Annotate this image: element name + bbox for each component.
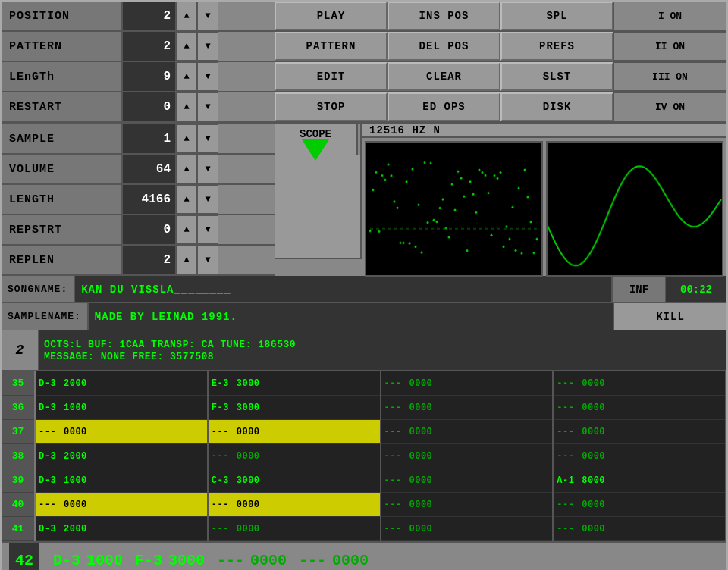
sctrl-dn-0[interactable]: ▼ [197, 124, 218, 153]
channel-cell[interactable]: --- 0000 [36, 493, 207, 517]
channel-cell[interactable]: D-3 2000 [36, 444, 207, 468]
song-name-value[interactable]: KAN DU VISSLA________ [75, 276, 611, 302]
ctrl-label-1: PATTERN [2, 32, 123, 61]
channel-cell[interactable]: --- 0000 [381, 444, 553, 468]
channel-cell[interactable]: D-3 1000 [36, 396, 207, 420]
btn-2-1[interactable]: CLEAR [388, 62, 500, 91]
channel-cell[interactable]: C-3 3000 [209, 468, 380, 493]
sctrl-up-1[interactable]: ▲ [176, 155, 197, 183]
sctrl-value-4: 2 [123, 246, 176, 274]
channel-cell[interactable]: D-3 1000 [36, 468, 207, 493]
ctrl-value-0: 2 [123, 2, 176, 30]
info-content: OCTS:L BUF: 1CAA TRANSP: CA TUNE: 186530… [39, 330, 726, 370]
right-panel: PLAYINS POSSPLI ONPATTERNDEL POSPREFSII … [275, 2, 726, 276]
sctrl-dn-2[interactable]: ▼ [197, 185, 218, 214]
cur-ch4-inst: 0000 [332, 552, 369, 569]
channel-cell[interactable]: --- 0000 [209, 517, 380, 541]
btn-3-1[interactable]: ED OPS [388, 92, 500, 121]
sctrl-up-3[interactable]: ▲ [176, 215, 197, 244]
song-name-label: SONGNAME: [2, 276, 75, 302]
channel-cell[interactable]: --- 0000 [381, 468, 553, 493]
scope-label: SCOPE [300, 128, 331, 140]
btn-1-3[interactable]: II ON [613, 32, 726, 61]
row-num: 40 [2, 493, 34, 517]
ctrl-dn-2[interactable]: ▼ [197, 62, 218, 91]
channel-cell[interactable]: --- 0000 [381, 420, 553, 444]
channel-cell[interactable]: D-3 2000 [36, 517, 207, 541]
scope-cursor-arrow [302, 139, 329, 161]
current-row: 42 D-3 1000 F-3 3000 --- 0000 --- 0000 [2, 541, 726, 570]
sctrl-up-4[interactable]: ▲ [176, 246, 197, 274]
channel-cell[interactable]: A-1 8000 [554, 468, 725, 493]
channel-cell[interactable]: --- 0000 [36, 420, 207, 444]
btn-2-0[interactable]: EDIT [275, 62, 388, 91]
sample-name-value[interactable]: MADE BY LEINAD 1991. _ [89, 303, 613, 330]
left-control-row-2: LEnGTh 9 ▲ ▼ [2, 62, 275, 92]
ctrl-dn-1[interactable]: ▼ [197, 32, 218, 61]
song-name-row: SONGNAME: KAN DU VISSLA________ INF 00:2… [2, 276, 726, 303]
ctrl-dn-3[interactable]: ▼ [197, 92, 218, 121]
channel-cell[interactable]: --- 0000 [554, 371, 725, 396]
ctrl-up-2[interactable]: ▲ [176, 62, 197, 91]
scope-freq: 12516 HZ N [369, 124, 441, 136]
btn-3-3[interactable]: IV ON [613, 92, 726, 121]
row-num: 35 [2, 371, 34, 396]
sctrl-dn-3[interactable]: ▼ [197, 215, 218, 244]
sctrl-label-3: REPSTRT [2, 215, 123, 244]
kill-button[interactable]: KILL [613, 303, 726, 330]
btn-3-0[interactable]: STOP [275, 92, 388, 121]
channel-cell[interactable]: --- 0000 [554, 493, 725, 517]
channel-cell[interactable]: --- 0000 [381, 396, 553, 420]
channel-number: 2 [2, 330, 39, 370]
channel-cell[interactable]: --- 0000 [209, 420, 380, 444]
btn-0-2[interactable]: SPL [500, 2, 613, 30]
btn-row-2: EDITCLEARSLSTIII ON [275, 62, 726, 92]
ctrl-label-2: LEnGTh [2, 62, 123, 91]
ctrl-up-3[interactable]: ▲ [176, 92, 197, 121]
scope-button[interactable]: SCOPE [275, 124, 358, 155]
btn-1-1[interactable]: DEL POS [388, 32, 500, 61]
channel-cell[interactable]: --- 0000 [381, 493, 553, 517]
channel-cell[interactable]: --- 0000 [554, 396, 725, 420]
sample-name-row: SAMPLENAME: MADE BY LEINAD 1991. _ KILL [2, 303, 726, 330]
ctrl-up-1[interactable]: ▲ [176, 32, 197, 61]
ctrl-arrows-0: ▲ ▼ [176, 2, 218, 30]
btn-1-2[interactable]: PREFS [500, 32, 613, 61]
ctrl-dn-0[interactable]: ▼ [197, 2, 218, 30]
channel-col-2: --- 0000 --- 0000 --- 0000 --- 0000 --- … [381, 371, 554, 541]
btn-2-2[interactable]: SLST [500, 62, 613, 91]
channel-cell[interactable]: --- 0000 [209, 493, 380, 517]
btn-2-3[interactable]: III ON [613, 62, 726, 91]
channel-cell[interactable]: --- 0000 [554, 517, 725, 541]
cur-ch3-inst: 0000 [250, 552, 287, 569]
ctrl-up-0[interactable]: ▲ [176, 2, 197, 30]
channel-cell[interactable]: E-3 3000 [209, 371, 380, 396]
channel-cell[interactable]: F-3 3000 [209, 396, 380, 420]
info-line1: OCTS:L BUF: 1CAA TRANSP: CA TUNE: 186530 [44, 339, 722, 350]
sctrl-dn-4[interactable]: ▼ [197, 246, 218, 274]
btn-0-0[interactable]: PLAY [275, 2, 388, 30]
pattern-grid: 35363738394041 D-3 2000 D-3 1000 --- 000… [2, 371, 726, 541]
btn-row-3: STOPED OPSDISKIV ON [275, 92, 726, 123]
sctrl-up-2[interactable]: ▲ [176, 185, 197, 214]
btn-0-1[interactable]: INS POS [388, 2, 500, 30]
channel-cell[interactable]: D-3 2000 [36, 371, 207, 396]
channel-cell[interactable]: --- 0000 [381, 371, 553, 396]
scope-waveform-right [546, 141, 724, 277]
btn-0-3[interactable]: I ON [613, 2, 726, 30]
channel-cell[interactable]: --- 0000 [554, 420, 725, 444]
current-row-num: 42 [9, 543, 39, 570]
ctrl-arrows-1: ▲ ▼ [176, 32, 218, 61]
btn-1-0[interactable]: PATTERN [275, 32, 388, 61]
channel-cell[interactable]: --- 0000 [381, 517, 553, 541]
cur-ch2-note: F-3 [135, 552, 162, 569]
right-buttons: PLAYINS POSSPLI ONPATTERNDEL POSPREFSII … [275, 2, 726, 123]
sctrl-label-1: VOLUME [2, 155, 123, 183]
sample-control-row-4: REPLEN 2 ▲ ▼ [2, 246, 275, 276]
sctrl-arrows-3: ▲ ▼ [176, 215, 218, 244]
btn-3-2[interactable]: DISK [500, 92, 613, 121]
sctrl-dn-1[interactable]: ▼ [197, 155, 218, 183]
channel-cell[interactable]: --- 0000 [209, 444, 380, 468]
sctrl-up-0[interactable]: ▲ [176, 124, 197, 153]
channel-cell[interactable]: --- 0000 [554, 444, 725, 468]
